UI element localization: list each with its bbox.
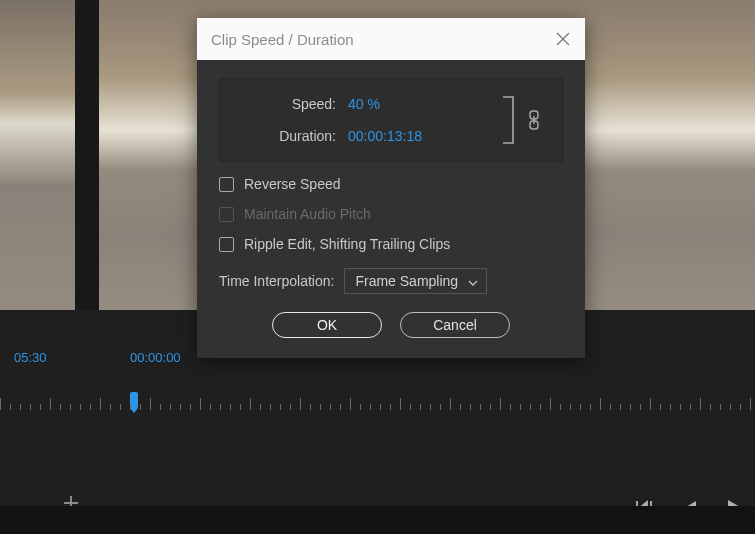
ok-button[interactable]: OK [272, 312, 382, 338]
playhead-marker[interactable] [130, 392, 138, 408]
speed-duration-group: Speed: Duration: 40 % 00:00:13:18 [219, 78, 563, 162]
dialog-buttons: OK Cancel [219, 312, 563, 338]
checkbox-icon[interactable] [219, 177, 234, 192]
clip-speed-duration-dialog: Clip Speed / Duration Speed: Duration: 4… [197, 18, 585, 358]
timecode-label: 05:30 [14, 350, 47, 365]
checkbox-icon [219, 207, 234, 222]
time-interpolation-select[interactable]: Frame Sampling [344, 268, 487, 294]
duration-value[interactable]: 00:00:13:18 [348, 128, 422, 144]
preview-divider [75, 0, 99, 310]
dialog-title: Clip Speed / Duration [211, 31, 354, 48]
close-icon [556, 32, 570, 46]
speed-label: Speed: [236, 96, 336, 112]
cancel-button[interactable]: Cancel [400, 312, 510, 338]
reverse-speed-label: Reverse Speed [244, 176, 341, 192]
bracket-icon [502, 95, 520, 145]
checkbox-icon[interactable] [219, 237, 234, 252]
reverse-speed-row[interactable]: Reverse Speed [219, 176, 563, 192]
time-interpolation-label: Time Interpolation: [219, 273, 334, 289]
chevron-down-icon [468, 273, 478, 289]
link-speed-duration[interactable] [502, 95, 540, 145]
speed-value[interactable]: 40 % [348, 96, 422, 112]
timecode-label: 00:00:00 [130, 350, 181, 365]
duration-label: Duration: [236, 128, 336, 144]
video-preview-left [0, 0, 75, 310]
time-interpolation-value: Frame Sampling [355, 273, 458, 289]
timeline-ruler[interactable] [0, 390, 755, 420]
ripple-edit-label: Ripple Edit, Shifting Trailing Clips [244, 236, 450, 252]
ripple-edit-row[interactable]: Ripple Edit, Shifting Trailing Clips [219, 236, 563, 252]
maintain-audio-pitch-label: Maintain Audio Pitch [244, 206, 371, 222]
dialog-titlebar[interactable]: Clip Speed / Duration [197, 18, 585, 60]
time-interpolation-row: Time Interpolation: Frame Sampling [219, 268, 563, 294]
link-icon [528, 110, 540, 130]
close-button[interactable] [551, 27, 575, 51]
bottom-bar [0, 506, 755, 534]
maintain-audio-pitch-row: Maintain Audio Pitch [219, 206, 563, 222]
